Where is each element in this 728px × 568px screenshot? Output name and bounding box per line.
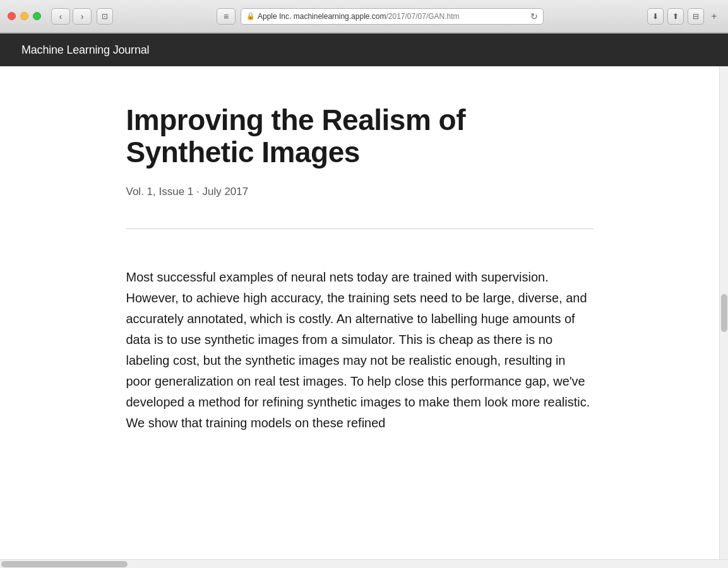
site-navbar: Machine Learning Journal [0,33,728,66]
toolbar-right: ⬇ ⬆ ⊟ + [647,8,720,25]
minimize-button[interactable] [20,12,28,20]
list-icon: ≡ [224,11,229,21]
window-expand-button[interactable]: ⊡ [97,8,113,25]
browser-body: Improving the Realism of Synthetic Image… [0,66,728,559]
download-icon: ⬇ [652,12,659,21]
url-text: Apple Inc. machinelearning.apple.com/201… [258,12,460,21]
sidebar-icon: ⊟ [693,12,699,21]
maximize-button[interactable] [33,12,41,20]
sidebar-toggle-button[interactable]: ⊟ [688,8,704,25]
section-divider [126,228,594,229]
back-button[interactable]: ‹ [51,8,70,25]
download-button[interactable]: ⬇ [647,8,664,25]
bottom-scrollbar-thumb[interactable] [1,561,128,567]
scrollbar[interactable] [719,66,728,559]
url-domain: machinelearning.apple.com [294,12,386,21]
article-wrapper: Improving the Realism of Synthetic Image… [101,66,619,471]
close-button[interactable] [8,12,16,20]
address-bar[interactable]: 🔒 Apple Inc. machinelearning.apple.com/2… [241,8,544,25]
nav-buttons: ‹ › [51,8,92,25]
article-title: Improving the Realism of Synthetic Image… [126,104,594,168]
url-secure-label: Apple Inc. [258,12,291,21]
article-body: Most successful examples of neural nets … [126,267,594,434]
browser-chrome: ‹ › ⊡ ≡ 🔒 [0,0,728,33]
page-container: ‹ › ⊡ ≡ 🔒 [0,0,728,568]
back-arrow-icon: ‹ [59,11,63,21]
lock-icon: 🔒 [246,12,255,20]
expand-icon: ⊡ [102,12,108,21]
refresh-icon[interactable]: ↻ [530,11,538,21]
plus-icon: + [711,11,717,22]
forward-arrow-icon: › [81,11,84,21]
site-title: Machine Learning Journal [21,44,149,57]
title-bar: ‹ › ⊡ ≡ 🔒 [0,0,728,33]
scrollbar-thumb[interactable] [721,294,727,332]
hamburger-menu-button[interactable]: ≡ [217,8,236,25]
address-bar-area: ≡ 🔒 Apple Inc. machinelearning.apple.com… [118,8,642,25]
share-button[interactable]: ⬆ [667,8,684,25]
forward-button[interactable]: › [73,8,92,25]
share-icon: ⬆ [672,12,679,21]
new-tab-button[interactable]: + [708,8,720,25]
main-content: Improving the Realism of Synthetic Image… [0,66,719,559]
article-meta: Vol. 1, Issue 1 · July 2017 [126,186,594,198]
url-path: /2017/07/07/GAN.htm [386,12,459,21]
bottom-scrollbar[interactable] [0,559,728,568]
traffic-lights [8,12,41,20]
